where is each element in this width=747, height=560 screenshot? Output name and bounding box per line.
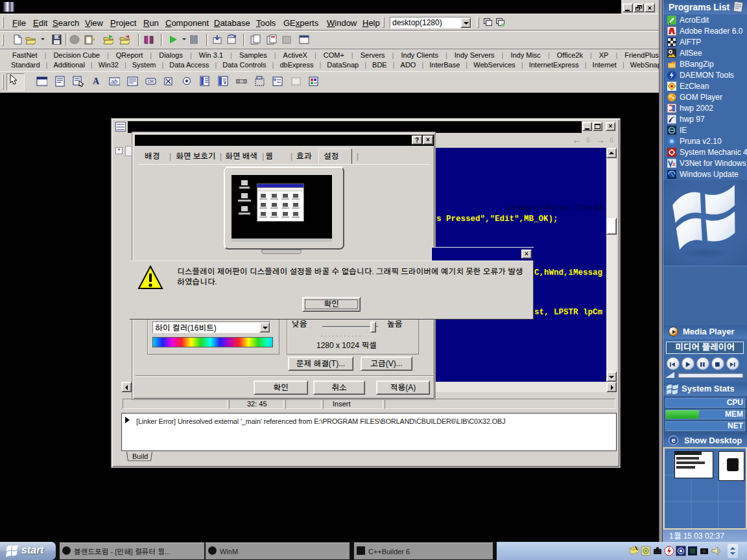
svg-text:A: A [93, 76, 100, 86]
svg-text:3: 3 [672, 162, 675, 167]
svg-text:OK: OK [148, 79, 154, 84]
svg-text:ab: ab [111, 78, 117, 85]
